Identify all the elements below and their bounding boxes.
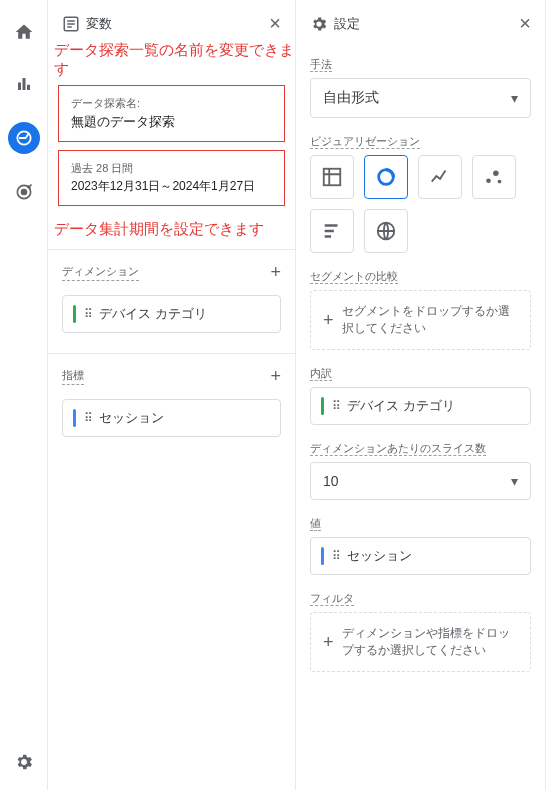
metric-chip-label: セッション	[99, 409, 164, 427]
exploration-name-box[interactable]: データ探索名: 無題のデータ探索	[58, 85, 285, 142]
technique-select[interactable]: 自由形式 ▾	[310, 78, 531, 118]
explore-icon[interactable]	[8, 122, 40, 154]
svg-rect-1	[22, 78, 25, 90]
chip-accent	[321, 397, 324, 415]
drag-icon: ⠿	[84, 411, 91, 425]
metric-chip[interactable]: ⠿ セッション	[62, 399, 281, 437]
filter-drop-text: ディメンションや指標をドロップするか選択してください	[342, 625, 518, 659]
drag-icon: ⠿	[332, 549, 339, 563]
breakdown-label: 内訳	[310, 366, 531, 381]
dimension-chip-label: デバイス カテゴリ	[99, 305, 207, 323]
settings-panel: 設定 × 手法 自由形式 ▾ ビジュアリゼーション	[296, 0, 546, 790]
plus-icon: +	[323, 632, 334, 653]
chip-accent	[321, 547, 324, 565]
variables-panel: 変数 × データ探索一覧の名前を変更できます データ探索名: 無題のデータ探索 …	[48, 0, 296, 790]
viz-grid	[310, 155, 531, 253]
values-label: 値	[310, 516, 531, 531]
segment-label: セグメントの比較	[310, 269, 531, 284]
svg-point-5	[21, 190, 26, 195]
segment-dropzone[interactable]: + セグメントをドロップするか選択してください	[310, 290, 531, 350]
viz-donut-icon[interactable]	[364, 155, 408, 199]
date-range-value: 2023年12月31日～2024年1月27日	[71, 178, 272, 195]
chip-accent	[73, 409, 76, 427]
viz-bar-icon[interactable]	[310, 209, 354, 253]
viz-geo-icon[interactable]	[364, 209, 408, 253]
viz-scatter-icon[interactable]	[472, 155, 516, 199]
annotation-daterange: データ集計期間を設定できます	[48, 220, 295, 243]
svg-rect-0	[18, 83, 21, 91]
close-icon[interactable]: ×	[269, 12, 281, 35]
plus-icon: +	[323, 310, 334, 331]
dimension-label: ディメンション	[62, 264, 139, 281]
values-chip-label: セッション	[347, 547, 412, 565]
caret-down-icon: ▾	[511, 473, 518, 489]
settings-title: 設定	[334, 15, 360, 33]
drag-icon: ⠿	[332, 399, 339, 413]
drag-icon: ⠿	[84, 307, 91, 321]
slices-value: 10	[323, 473, 339, 489]
viz-table-icon[interactable]	[310, 155, 354, 199]
dimension-chip[interactable]: ⠿ デバイス カテゴリ	[62, 295, 281, 333]
close-icon[interactable]: ×	[519, 12, 531, 35]
technique-value: 自由形式	[323, 89, 379, 107]
variables-title: 変数	[86, 15, 112, 33]
slices-label: ディメンションあたりのスライス数	[310, 441, 531, 456]
svg-rect-2	[27, 85, 30, 90]
variables-icon	[62, 15, 80, 33]
target-icon[interactable]	[10, 178, 38, 206]
filter-label: フィルタ	[310, 591, 531, 606]
slices-select[interactable]: 10 ▾	[310, 462, 531, 500]
values-chip[interactable]: ⠿ セッション	[310, 537, 531, 575]
left-icon-rail	[0, 0, 48, 790]
caret-down-icon: ▾	[511, 90, 518, 106]
date-range-box[interactable]: 過去 28 日間 2023年12月31日～2024年1月27日	[58, 150, 285, 206]
svg-point-10	[493, 171, 499, 177]
exploration-name-value: 無題のデータ探索	[71, 113, 272, 131]
metric-section-head: 指標 +	[48, 354, 295, 393]
metric-label: 指標	[62, 368, 84, 385]
variables-header: 変数 ×	[48, 0, 295, 41]
viz-label: ビジュアリゼーション	[310, 134, 531, 149]
add-dimension-button[interactable]: +	[270, 262, 281, 283]
segment-drop-text: セグメントをドロップするか選択してください	[342, 303, 518, 337]
breakdown-chip-label: デバイス カテゴリ	[347, 397, 455, 415]
exploration-name-label: データ探索名:	[71, 96, 272, 111]
add-metric-button[interactable]: +	[270, 366, 281, 387]
report-icon[interactable]	[10, 70, 38, 98]
viz-line-icon[interactable]	[418, 155, 462, 199]
breakdown-chip[interactable]: ⠿ デバイス カテゴリ	[310, 387, 531, 425]
filter-dropzone[interactable]: + ディメンションや指標をドロップするか選択してください	[310, 612, 531, 672]
svg-point-11	[498, 180, 502, 184]
gear-icon[interactable]	[10, 748, 38, 776]
settings-header: 設定 ×	[296, 0, 545, 41]
svg-point-9	[486, 178, 491, 183]
home-icon[interactable]	[10, 18, 38, 46]
gear-icon	[310, 15, 328, 33]
svg-rect-7	[324, 169, 341, 186]
chip-accent	[73, 305, 76, 323]
annotation-rename: データ探索一覧の名前を変更できます	[48, 41, 295, 83]
dimension-section-head: ディメンション +	[48, 250, 295, 289]
date-range-label: 過去 28 日間	[71, 161, 272, 176]
technique-label: 手法	[310, 57, 531, 72]
